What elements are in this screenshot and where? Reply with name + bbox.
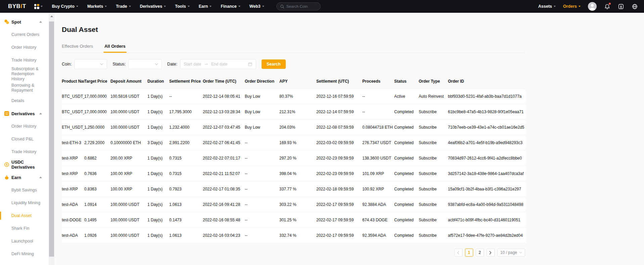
download-app-icon[interactable] [618, 3, 624, 10]
date-range-input[interactable]: Start date ⇀ End date [180, 59, 256, 69]
sidebar-section-usdc-derivatives[interactable]: $USDC Derivatives [0, 158, 49, 171]
assets-menu[interactable]: Assets [538, 4, 556, 9]
cell-apy: 169.93 % [279, 140, 316, 145]
sidebar-item-label: Shark Fin [11, 226, 30, 231]
nav-menu-item-web3[interactable]: Web3 [249, 4, 264, 9]
cell-order-time-utc: 2022-02-16 08:55:48 [203, 218, 245, 222]
cell-status: Completed [394, 156, 419, 161]
column-header-settlement-price: Settlement Price [169, 79, 203, 84]
chevron-down-icon [579, 6, 581, 7]
cell-product-name: test-ADA [62, 202, 84, 207]
column-header-order-type: Order Type [419, 79, 448, 84]
cell-order-id: acbf471c-b09f-4fbc-bc40-d31460119051 [448, 218, 525, 222]
cell-target-price: 17,000.0000 [84, 109, 110, 114]
cell-deposit-amount: 100.0000 USDT [110, 109, 147, 114]
prev-page-button[interactable] [454, 249, 462, 257]
sidebar-item-shark-fin[interactable]: Shark Fin [0, 222, 49, 235]
cell-order-direction: Buy Low [245, 94, 279, 99]
cell-settlement-price: 0.1473 [169, 218, 203, 222]
cell-order-direction: -- [245, 233, 279, 238]
orders-table: Product NameTarget PriceDeposit AmountDu… [62, 74, 525, 243]
coin-select[interactable] [74, 59, 107, 69]
cell-target-price: 0.8363 [84, 187, 110, 191]
top-navbar: BYBIT Buy CryptoMarketsTradeDerivativesT… [0, 0, 644, 13]
sidebar-section-earn[interactable]: Earn [0, 171, 49, 184]
sidebar-item-dual-asset[interactable]: Dual Asset [0, 209, 49, 222]
coin-search-input[interactable]: Search Coin [276, 2, 321, 10]
sidebar-section-spot[interactable]: Spot [0, 15, 49, 28]
sidebar-scrollbar[interactable] [49, 13, 54, 265]
page-size-select[interactable]: 10 / page [497, 249, 525, 257]
cell-order-id: 3d257142-3a18-438e-9864-1aa407dca3af [448, 171, 525, 176]
orders-menu[interactable]: Orders [563, 4, 581, 9]
chevron-down-icon [100, 63, 103, 65]
sidebar-item-details[interactable]: Details [0, 94, 49, 107]
sidebar-section-label: Earn [11, 175, 21, 180]
svg-text:$: $ [6, 163, 8, 166]
scrollbar-thumb[interactable] [49, 21, 54, 257]
nav-menu-item-tools[interactable]: Tools [175, 4, 189, 9]
sidebar-item-trade-history[interactable]: Trade History [0, 145, 49, 158]
column-header-apy: APY [279, 79, 316, 84]
cell-duration: 1 Day(s) [147, 218, 169, 222]
cell-proceeds: 0.08044718 ETH [362, 125, 394, 130]
nav-menu-item-derivatives[interactable]: Derivatives [140, 4, 166, 9]
notification-dot [609, 3, 611, 5]
cell-settlement-price: 1.0613 [169, 233, 203, 238]
sidebar-item-current-orders[interactable]: Current Orders [0, 28, 49, 41]
status-select[interactable] [128, 59, 162, 69]
tab-all-orders[interactable]: All Orders [104, 44, 126, 53]
chevron-down-icon [262, 6, 264, 7]
sidebar-section-derivatives[interactable]: Derivatives [0, 107, 49, 120]
chevron-down-icon [554, 6, 556, 7]
tab-effective-orders[interactable]: Effective Orders [62, 44, 93, 53]
nav-menu-item-earn[interactable]: Earn [199, 4, 212, 9]
earn-icon [4, 175, 9, 180]
sidebar-item-borrowing-repayment[interactable]: Borrowing & Repayment [0, 82, 49, 94]
sidebar-item-trade-history[interactable]: Trade History [0, 54, 49, 67]
sidebar-item-closed-p-l[interactable]: Closed P&L [0, 133, 49, 145]
page-button-1[interactable]: 1 [465, 249, 473, 257]
sidebar-item-launchpool[interactable]: Launchpool [0, 235, 49, 248]
cell-status: Completed [394, 171, 419, 176]
next-page-button[interactable] [487, 249, 495, 257]
table-row: test-DOGE0.1495100.0000 USDT1 Day(s)0.14… [62, 212, 525, 228]
cell-apy: 301.25 % [279, 218, 316, 222]
sidebar-item-cloud-mining[interactable]: Cloud Mining [0, 260, 49, 265]
cell-order-type: Subscribe [419, 233, 448, 238]
sidebar-item-order-history[interactable]: Order History [0, 41, 49, 54]
page-button-2[interactable]: 2 [476, 249, 484, 257]
avatar[interactable] [588, 2, 597, 11]
search-button[interactable]: Search [262, 59, 286, 69]
cell-order-direction: -- [245, 202, 279, 207]
cell-order-time-utc: 2022-02-21 11:52:07 [203, 171, 245, 176]
chevron-down-icon [238, 6, 240, 7]
language-globe-icon[interactable] [632, 3, 638, 10]
sidebar-item-defi-mining[interactable]: DeFi Mining [0, 248, 49, 260]
nav-menu-item-finance[interactable]: Finance [221, 4, 240, 9]
cell-proceeds: 100.92 XRP [362, 187, 394, 191]
scroll-up-arrow-icon[interactable] [50, 15, 53, 17]
nav-menu-item-markets[interactable]: Markets [87, 4, 107, 9]
sidebar-item-label: Launchpool [11, 239, 33, 244]
chevron-down-icon [155, 63, 158, 65]
table-row: test-ADA1.0926100.0000 USDT1 Day(s)1.061… [62, 228, 525, 243]
apps-grid-menu[interactable] [34, 4, 43, 9]
bybit-logo[interactable]: BYBIT [8, 3, 26, 10]
chevron-down-icon [76, 6, 78, 7]
sidebar-item-order-history[interactable]: Order History [0, 120, 49, 133]
main-content: Dual Asset Effective OrdersAll Orders Co… [54, 13, 644, 265]
cell-order-direction: -- [245, 156, 279, 161]
sidebar-item-subscription-redemption-history[interactable]: Subscription & Redemption History [0, 67, 49, 82]
cell-duration: 1 Day(s) [147, 187, 169, 191]
nav-menu-item-buy-crypto[interactable]: Buy Crypto [52, 4, 78, 9]
notifications-bell-icon[interactable] [604, 3, 610, 10]
sidebar-item-bybit-savings[interactable]: Bybit Savings [0, 184, 49, 196]
nav-menu-item-trade[interactable]: Trade [116, 4, 131, 9]
cell-target-price: 0.1495 [84, 218, 110, 222]
cell-settlement-utc: 2022-03-02 09:59:59 [316, 140, 362, 145]
cell-settlement-utc: 2022-02-18 09:59:59 [316, 187, 362, 191]
cell-order-type: Subscribe [419, 202, 448, 207]
cell-status: Completed [394, 140, 419, 145]
sidebar-item-liquidity-mining[interactable]: Liquidity Mining [0, 196, 49, 209]
